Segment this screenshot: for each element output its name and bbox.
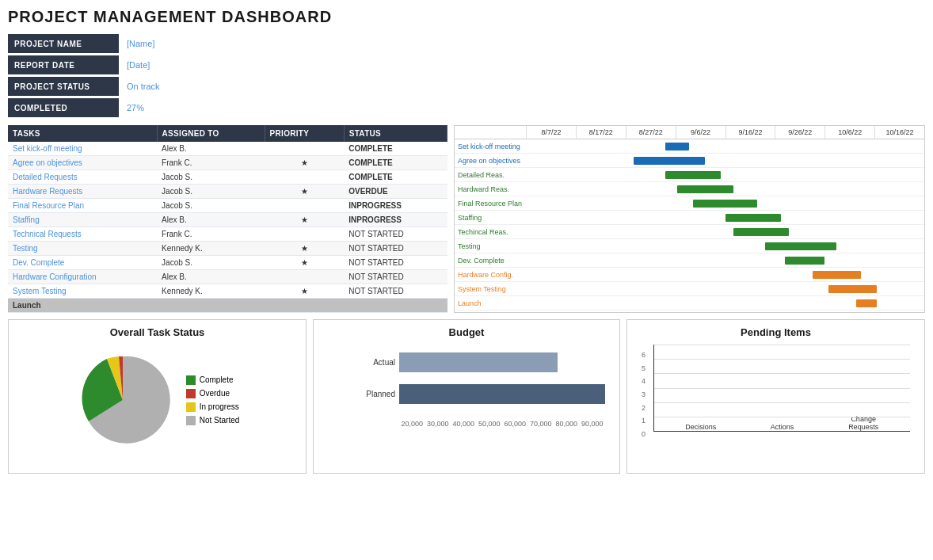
pie-chart-title: Overall Task Status bbox=[15, 326, 299, 338]
gantt-row: Testing bbox=[455, 239, 924, 253]
gantt-date-label: 8/17/22 bbox=[576, 126, 626, 139]
pie-container: CompleteOverdueIn progressNot Started bbox=[15, 345, 299, 455]
legend-item: Overdue bbox=[186, 389, 240, 398]
dashboard-title: PROJECT MANAGEMENT DASHBOARD bbox=[8, 8, 925, 26]
report-date-value: [Date] bbox=[119, 55, 230, 74]
assigned-cell: Alex B. bbox=[157, 142, 265, 156]
assigned-cell: Alex B. bbox=[157, 270, 265, 284]
gantt-row-label: Techincal Reas. bbox=[455, 228, 526, 236]
pending-chart-area: DecisionsActionsChange Requests bbox=[653, 345, 910, 432]
legend-label: In progress bbox=[200, 402, 239, 411]
gantt-row: Agree on objectives bbox=[455, 154, 924, 168]
pie-legend: CompleteOverdueIn progressNot Started bbox=[186, 375, 240, 425]
table-row: TestingKennedy K.★NOT STARTED bbox=[8, 242, 447, 256]
gantt-date-label: 10/6/22 bbox=[824, 126, 874, 139]
status-cell: COMPLETE bbox=[344, 142, 447, 156]
project-name-value: [Name] bbox=[119, 34, 230, 53]
table-row: Hardware RequestsJacob S.★OVERDUE bbox=[8, 185, 447, 199]
status-cell: INPROGRESS bbox=[344, 213, 447, 227]
task-name-cell[interactable]: Set kick-off meeting bbox=[8, 142, 157, 156]
report-date-row: REPORT DATE [Date] bbox=[8, 55, 230, 74]
gantt-row-label: Detailed Reas. bbox=[455, 171, 526, 179]
table-row: Hardware ConfigurationAlex B.NOT STARTED bbox=[8, 270, 447, 284]
gridline-4 bbox=[654, 373, 910, 374]
gantt-bar bbox=[765, 242, 837, 250]
table-row: Technical RequestsFrank C.NOT STARTED bbox=[8, 227, 447, 242]
col-header-assigned: ASSIGNED TO bbox=[157, 125, 265, 142]
priority-cell: ★ bbox=[265, 242, 344, 256]
gantt-bar-area bbox=[526, 168, 924, 181]
table-row: StaffingAlex B.★INPROGRESS bbox=[8, 213, 447, 227]
gantt-row: Hardware Config. bbox=[455, 268, 924, 282]
task-name-cell[interactable]: Dev. Complete bbox=[8, 256, 157, 270]
task-name-cell[interactable]: Hardware Requests bbox=[8, 185, 157, 199]
gantt-row-label: Hardward Reas. bbox=[455, 185, 526, 193]
pending-y-label: 0 bbox=[642, 430, 645, 438]
status-cell: INPROGRESS bbox=[344, 199, 447, 213]
task-name-cell[interactable]: Hardware Configuration bbox=[8, 270, 157, 284]
gridline-3 bbox=[654, 388, 910, 389]
completed-label: COMPLETED bbox=[8, 98, 119, 117]
status-cell bbox=[344, 299, 447, 313]
status-cell: NOT STARTED bbox=[344, 284, 447, 299]
task-name-cell[interactable]: System Testing bbox=[8, 284, 157, 299]
gantt-bar-area bbox=[526, 268, 924, 281]
gantt-bar-area bbox=[526, 196, 924, 210]
pending-y-label: 6 bbox=[642, 351, 645, 359]
task-name-cell[interactable]: Testing bbox=[8, 242, 157, 256]
legend-label: Not Started bbox=[200, 416, 240, 425]
gantt-chart: 8/7/228/17/228/27/229/6/229/16/229/26/22… bbox=[454, 125, 925, 313]
gantt-date-label: 9/16/22 bbox=[725, 126, 775, 139]
gantt-date-label: 9/6/22 bbox=[676, 126, 725, 139]
gantt-date-label: 9/26/22 bbox=[775, 126, 824, 139]
task-name-cell[interactable]: Staffing bbox=[8, 213, 157, 227]
status-cell: NOT STARTED bbox=[344, 256, 447, 270]
assigned-cell: Kennedy K. bbox=[157, 242, 265, 256]
gantt-bar-area bbox=[526, 253, 924, 267]
pending-bar-label: Change Requests bbox=[848, 415, 878, 431]
gantt-bar-area bbox=[526, 225, 924, 238]
gantt-row: Detailed Reas. bbox=[455, 168, 924, 182]
pie-chart-svg bbox=[75, 352, 170, 448]
legend-item: In progress bbox=[186, 402, 240, 412]
pending-chart-title: Pending Items bbox=[634, 326, 918, 338]
task-name-cell[interactable]: Detailed Requests bbox=[8, 170, 157, 185]
table-row: Dev. CompleteJacob S.★NOT STARTED bbox=[8, 256, 447, 270]
legend-item: Not Started bbox=[186, 416, 240, 425]
report-date-label: REPORT DATE bbox=[8, 55, 119, 74]
gridline-6 bbox=[654, 345, 910, 345]
gantt-row: Set kick-off meeting bbox=[455, 139, 924, 154]
pending-bar-group: Change Requests bbox=[847, 413, 879, 431]
pending-y-label: 4 bbox=[642, 377, 645, 385]
budget-x-label: 50,000 bbox=[477, 420, 503, 428]
gridline-2 bbox=[654, 402, 910, 403]
pending-bar-group: Actions bbox=[766, 421, 798, 431]
gantt-row-label: Hardware Config. bbox=[455, 271, 526, 279]
task-name-cell[interactable]: Technical Requests bbox=[8, 227, 157, 242]
gantt-row: Techincal Reas. bbox=[455, 225, 924, 239]
pending-y-label: 1 bbox=[642, 417, 645, 425]
legend-color bbox=[186, 389, 196, 398]
gantt-bar-area bbox=[526, 239, 924, 253]
table-row: Set kick-off meetingAlex B.COMPLETE bbox=[8, 142, 447, 156]
tasks-table: TASKS ASSIGNED TO PRIORITY STATUS Set ki… bbox=[8, 125, 447, 313]
task-name-cell[interactable]: Final Resource Plan bbox=[8, 199, 157, 213]
legend-item: Complete bbox=[186, 375, 240, 385]
priority-cell: ★ bbox=[265, 213, 344, 227]
gantt-row-label: Agree on objectives bbox=[455, 157, 526, 165]
priority-cell bbox=[265, 270, 344, 284]
budget-container: Actual Planned 20,00030,00040,00050,0006… bbox=[320, 345, 613, 455]
budget-x-label: 70,000 bbox=[528, 420, 554, 428]
table-row: Launch bbox=[8, 299, 447, 313]
assigned-cell: Alex B. bbox=[157, 213, 265, 227]
priority-cell: ★ bbox=[265, 284, 344, 299]
budget-x-label: 80,000 bbox=[554, 420, 580, 428]
task-name-cell[interactable]: Agree on objectives bbox=[8, 156, 157, 170]
gantt-bar bbox=[733, 228, 789, 236]
col-header-tasks: TASKS bbox=[8, 125, 157, 142]
gantt-header: 8/7/228/17/228/27/229/6/229/16/229/26/22… bbox=[455, 126, 924, 139]
legend-color bbox=[186, 416, 196, 425]
gantt-row: Launch bbox=[455, 296, 924, 310]
gantt-row-label: Set kick-off meeting bbox=[455, 143, 526, 150]
priority-cell: ★ bbox=[265, 185, 344, 199]
